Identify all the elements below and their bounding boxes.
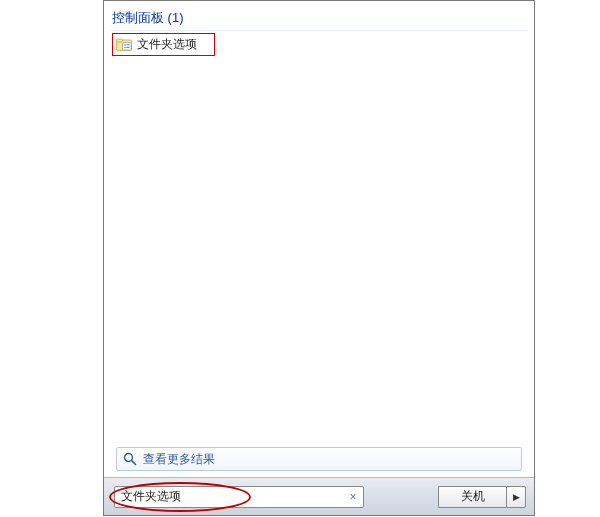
close-icon: × bbox=[349, 491, 356, 503]
search-input[interactable] bbox=[114, 486, 364, 508]
see-more-label: 查看更多结果 bbox=[143, 451, 215, 468]
group-header-control-panel: 控制面板 (1) bbox=[110, 5, 528, 31]
shutdown-split-button: 关机 ▶ bbox=[438, 486, 526, 508]
svg-point-5 bbox=[124, 46, 125, 47]
shutdown-options-arrow[interactable]: ▶ bbox=[506, 486, 526, 508]
svg-rect-2 bbox=[123, 42, 132, 50]
chevron-right-icon: ▶ bbox=[513, 492, 520, 502]
clear-search-button[interactable]: × bbox=[345, 489, 361, 505]
result-item-label: 文件夹选项 bbox=[137, 36, 197, 53]
shutdown-label: 关机 bbox=[461, 488, 485, 505]
svg-rect-6 bbox=[126, 46, 129, 47]
search-icon bbox=[123, 452, 137, 466]
search-box-container: × bbox=[114, 486, 364, 508]
see-more-results-button[interactable]: 查看更多结果 bbox=[116, 447, 522, 471]
search-results-area: 控制面板 (1) 文件夹选项 bbox=[104, 1, 534, 477]
shutdown-button[interactable]: 关机 bbox=[438, 486, 506, 508]
svg-rect-4 bbox=[126, 44, 129, 45]
start-menu-search-panel: 控制面板 (1) 文件夹选项 bbox=[103, 0, 535, 516]
folder-options-icon bbox=[116, 37, 132, 53]
svg-rect-1 bbox=[117, 39, 123, 42]
svg-point-3 bbox=[124, 44, 125, 45]
bottom-bar: × 关机 ▶ bbox=[104, 477, 534, 515]
svg-line-8 bbox=[132, 461, 136, 465]
results-spacer bbox=[110, 56, 528, 447]
result-item-folder-options[interactable]: 文件夹选项 bbox=[112, 33, 215, 56]
